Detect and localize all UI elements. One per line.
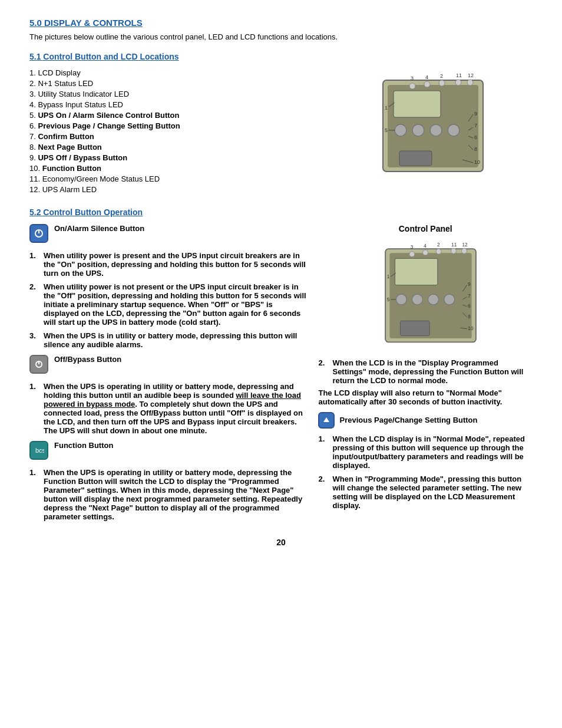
item-num: 10. (29, 164, 40, 173)
item-label-bold: Function Button (42, 164, 101, 173)
page-number: 20 (29, 538, 533, 547)
function-icon: bcs (34, 445, 44, 456)
on-alarm-button-row: On/Alarm Silence Button (29, 224, 306, 245)
svg-point-10 (455, 80, 461, 85)
item-num: 2. (29, 79, 36, 88)
item-label: LCD Display (38, 68, 80, 77)
item-num: 12. (29, 185, 40, 194)
svg-point-43 (444, 294, 455, 305)
item-label: Bypass Input Status LED (38, 100, 123, 109)
list-item: 3. Utility Status Indicator LED (29, 90, 310, 98)
item-label-bold: Confirm Button (38, 132, 94, 141)
list-item: 4. Bypass Input Status LED (29, 100, 310, 109)
control-panel-diagram-top: 3 4 2 11 12 1 9 7 6 8 10 5 (365, 68, 489, 180)
svg-text:4: 4 (424, 243, 427, 249)
function-button-row: bcs Function Button (29, 441, 306, 462)
svg-rect-2 (394, 91, 441, 117)
svg-text:8: 8 (468, 314, 471, 319)
svg-rect-24 (399, 151, 432, 166)
function-button-label: Function Button (54, 441, 113, 450)
list-item: 7. Confirm Button (29, 132, 310, 141)
svg-point-9 (439, 80, 445, 86)
step-text: When the UPS is in utility or battery mo… (44, 331, 306, 349)
step-num-2: 2. (318, 358, 328, 385)
section-50-title: 5.0 DISPLAY & CONTROLS (29, 18, 533, 28)
step-text: When the UPS is operating in utility or … (44, 382, 306, 435)
step-num: 1. (318, 434, 328, 470)
step-text: When utility power is not present or the… (44, 282, 306, 327)
svg-text:11: 11 (456, 73, 462, 78)
svg-text:3: 3 (411, 75, 414, 81)
item-label: Economy/Green Mode Status LED (42, 174, 160, 183)
svg-point-5 (430, 124, 442, 136)
on-alarm-silence-icon (29, 224, 48, 243)
function-button-step2-block: 2. When the LCD is in the "Display Progr… (318, 358, 533, 406)
step-text: When the UPS is operating in utility or … (44, 468, 306, 521)
prev-page-icon (322, 416, 331, 425)
svg-rect-39 (395, 258, 438, 285)
item-num: 7. (29, 132, 36, 141)
section-52: 5.2 Control Button Operation On/Alarm Si… (29, 207, 533, 526)
off-bypass-icon (29, 355, 48, 374)
step-num: 1. (29, 468, 39, 521)
step-item: 1. When the UPS is operating in utility … (29, 468, 306, 521)
list-item: 9. UPS Off / Bypass Button (29, 153, 310, 162)
svg-text:10: 10 (474, 159, 480, 165)
section-51-diagram-col: 3 4 2 11 12 1 9 7 6 8 10 5 (322, 68, 533, 196)
item-label: UPS Alarm LED (42, 185, 97, 194)
svg-point-44 (409, 252, 415, 257)
step-num: 1. (29, 251, 39, 278)
svg-text:11: 11 (452, 242, 458, 248)
step-num: 2. (318, 475, 328, 510)
step-item: 2. When in "Programming Mode", pressing … (318, 475, 533, 510)
item-num: 1. (29, 68, 36, 77)
list-item: 1. LCD Display (29, 68, 310, 77)
item-label-bold: UPS Off / Bypass Button (38, 153, 127, 162)
svg-marker-69 (323, 417, 329, 422)
step-item: 1. When utility power is present and the… (29, 251, 306, 278)
off-icon (34, 359, 44, 370)
section-52-right: Control Panel 3 4 2 (318, 224, 533, 526)
svg-text:1: 1 (387, 274, 390, 279)
list-item: 11. Economy/Green Mode Status LED (29, 174, 310, 183)
step-text: When in "Programming Mode", pressing thi… (332, 475, 533, 510)
svg-point-7 (409, 83, 415, 89)
section-50: 5.0 DISPLAY & CONTROLS The pictures belo… (29, 18, 533, 41)
step-num: 3. (29, 331, 39, 349)
step-item: 1. When the UPS is operating in utility … (29, 382, 306, 435)
svg-text:10: 10 (468, 326, 474, 331)
underline-text: will leave the load powered in bypass mo… (44, 391, 301, 409)
function-steps: 1. When the UPS is operating in utility … (29, 468, 306, 521)
svg-text:bcs: bcs (35, 447, 44, 454)
section-51-title: 5.1 Control Button and LCD Locations (29, 52, 533, 61)
on-alarm-steps: 1. When utility power is present and the… (29, 251, 306, 349)
svg-text:8: 8 (474, 146, 477, 152)
list-item: 5. UPS On / Alarm Silence Control Button (29, 111, 310, 120)
list-item: 12. UPS Alarm LED (29, 185, 310, 194)
svg-point-46 (436, 249, 441, 254)
svg-point-4 (412, 124, 424, 136)
svg-text:2: 2 (440, 73, 443, 79)
svg-point-48 (462, 248, 467, 253)
svg-text:7: 7 (474, 123, 477, 129)
svg-text:12: 12 (468, 73, 474, 78)
item-label: Utility Status Indicator LED (38, 90, 129, 98)
svg-text:9: 9 (474, 111, 477, 117)
svg-text:4: 4 (425, 74, 428, 80)
svg-rect-61 (401, 321, 430, 335)
svg-text:7: 7 (468, 294, 471, 299)
svg-text:12: 12 (462, 242, 468, 248)
function-button-content: Function Button (54, 441, 113, 453)
svg-point-42 (428, 294, 439, 305)
item-num: 6. (29, 121, 36, 130)
step-item: 2. When utility power is not present or … (29, 282, 306, 327)
lcd-auto-return-note: The LCD display will also return to "Nor… (318, 388, 533, 406)
svg-text:2: 2 (437, 242, 440, 248)
svg-text:1: 1 (385, 105, 388, 111)
item-num: 8. (29, 143, 36, 151)
step-text: When the LCD display is in "Normal Mode"… (332, 434, 533, 470)
component-list: 1. LCD Display 2. N+1 Status LED 3. Util… (29, 68, 310, 194)
step-item: 3. When the UPS is in utility or battery… (29, 331, 306, 349)
on-alarm-button-content: On/Alarm Silence Button (54, 224, 144, 236)
item-num: 9. (29, 153, 36, 162)
